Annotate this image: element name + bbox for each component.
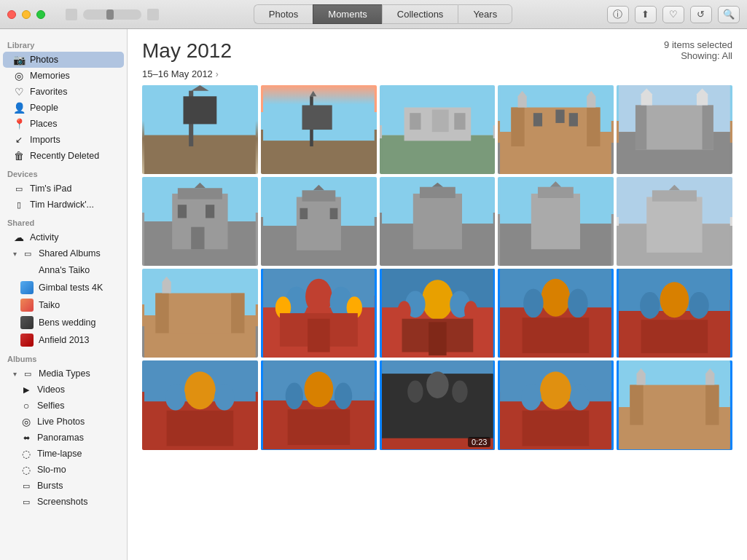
sidebar-item-taiko[interactable]: Taiko xyxy=(3,296,124,314)
svg-point-96 xyxy=(640,292,660,319)
photo-18[interactable]: 0:23 xyxy=(380,360,496,449)
svg-rect-38 xyxy=(178,205,187,218)
grid-view-icon[interactable] xyxy=(147,9,159,20)
sidebar-item-timelapse[interactable]: ◌ Time-lapse xyxy=(3,446,124,462)
svg-rect-98 xyxy=(641,320,708,354)
sidebar-toggle-icon[interactable] xyxy=(66,9,77,20)
photo-10[interactable] xyxy=(617,177,732,266)
photo-image xyxy=(380,85,496,174)
photo-image xyxy=(261,177,377,266)
photo-12[interactable] xyxy=(261,269,377,358)
sidebar-item-bens-wedding[interactable]: Bens wedding xyxy=(3,314,124,331)
sidebar-item-shared-albums[interactable]: ▾ ▭ Shared Albums xyxy=(3,245,124,261)
sidebar-item-memories[interactable]: ◎ Memories xyxy=(3,68,124,84)
photo-image xyxy=(261,269,377,358)
screenshots-icon: ▭ xyxy=(20,496,32,508)
slomo-icon: ◌ xyxy=(20,464,32,476)
photo-11[interactable] xyxy=(142,269,258,358)
sidebar-item-screenshots[interactable]: ▭ Screenshots xyxy=(3,494,124,510)
svg-point-91 xyxy=(568,289,588,318)
photo-5[interactable] xyxy=(617,85,732,174)
search-button[interactable]: 🔍 xyxy=(718,6,740,23)
svg-rect-29 xyxy=(635,105,646,149)
sidebar-item-label: Activity xyxy=(30,232,59,242)
fullscreen-button[interactable] xyxy=(36,10,45,19)
minimize-button[interactable] xyxy=(22,10,31,19)
photo-17[interactable] xyxy=(261,360,377,449)
sidebar-item-bursts[interactable]: ▭ Bursts xyxy=(3,478,124,494)
svg-rect-55 xyxy=(531,194,580,249)
sidebar-item-label: Slo-mo xyxy=(37,465,66,475)
photo-6[interactable] xyxy=(142,177,258,266)
photo-2[interactable] xyxy=(261,85,377,174)
sidebar-item-people[interactable]: 👤 People xyxy=(3,100,124,116)
svg-rect-36 xyxy=(178,188,222,199)
photo-image xyxy=(261,360,377,449)
expand-icon: ▾ xyxy=(13,250,17,258)
people-icon: 👤 xyxy=(13,102,25,114)
photo-image xyxy=(617,360,732,449)
photo-3[interactable] xyxy=(380,85,496,174)
timelapse-icon: ◌ xyxy=(20,448,32,460)
photo-19[interactable] xyxy=(498,360,614,449)
tab-collections[interactable]: Collections xyxy=(382,4,458,24)
sidebar-item-videos[interactable]: ▶ Videos xyxy=(3,382,124,398)
cloud-icon: ☁ xyxy=(13,232,25,243)
svg-rect-122 xyxy=(523,411,590,446)
sidebar-item-selfies[interactable]: ○ Selfies xyxy=(3,398,124,414)
sidebar-item-ipad[interactable]: ▭ Tim's iPad xyxy=(3,181,124,197)
sidebar-item-recently-deleted[interactable]: 🗑 Recently Deleted xyxy=(3,148,124,164)
sidebar-item-media-types[interactable]: ▾ ▭ Media Types xyxy=(3,366,124,382)
tab-photos[interactable]: Photos xyxy=(254,4,313,24)
svg-point-107 xyxy=(304,372,333,408)
sidebar-item-photos[interactable]: 📷 Photos xyxy=(3,52,124,68)
info-button[interactable]: ⓘ xyxy=(607,6,629,23)
sidebar-item-imports[interactable]: ↙ Imports xyxy=(3,132,124,148)
sidebar-item-annas-taiko[interactable]: Anna's Taiko xyxy=(3,261,124,279)
sidebar-item-anfield[interactable]: Anfield 2013 xyxy=(3,331,124,349)
panoramas-icon: ⬌ xyxy=(20,432,32,443)
sidebar-item-panoramas[interactable]: ⬌ Panoramas xyxy=(3,430,124,446)
selfies-icon: ○ xyxy=(20,400,32,411)
photo-16[interactable] xyxy=(142,360,258,449)
sidebar-item-live-photos[interactable]: ◎ Live Photos xyxy=(3,414,124,430)
chevron-right-icon: › xyxy=(216,69,219,79)
photo-13[interactable] xyxy=(380,269,496,358)
sidebar-item-label: Shared Albums xyxy=(39,248,101,259)
svg-point-95 xyxy=(660,283,689,318)
sidebar-item-activity[interactable]: ☁ Activity xyxy=(3,229,124,245)
imports-icon: ↙ xyxy=(13,134,25,146)
favorite-button[interactable]: ♡ xyxy=(662,6,684,23)
sidebar-item-places[interactable]: 📍 Places xyxy=(3,116,124,132)
photo-20[interactable] xyxy=(617,360,732,449)
close-button[interactable] xyxy=(7,10,16,19)
svg-point-115 xyxy=(407,381,423,403)
svg-point-83 xyxy=(397,301,410,321)
photo-9[interactable] xyxy=(498,177,614,266)
album-thumb xyxy=(20,264,34,277)
svg-point-116 xyxy=(452,381,467,403)
photo-7[interactable] xyxy=(261,177,377,266)
svg-rect-15 xyxy=(454,113,465,130)
sidebar-item-favorites[interactable]: ♡ Favorites xyxy=(3,84,124,100)
photo-image xyxy=(498,85,614,174)
date-range[interactable]: 15–16 May 2012 › xyxy=(128,67,747,85)
tab-years[interactable]: Years xyxy=(458,4,512,24)
rotate-button[interactable]: ↺ xyxy=(690,6,712,23)
svg-rect-19 xyxy=(512,108,525,146)
photo-4[interactable] xyxy=(498,85,614,174)
photo-image xyxy=(498,177,614,266)
media-types-icon: ▭ xyxy=(22,368,34,379)
photo-8[interactable] xyxy=(380,177,496,266)
svg-rect-30 xyxy=(703,105,713,149)
share-button[interactable]: ⬆ xyxy=(635,6,657,23)
sidebar-item-iphone[interactable]: ▯ Tim Hardwick'... xyxy=(3,197,124,213)
svg-rect-92 xyxy=(523,318,590,353)
sidebar-item-gimbal[interactable]: Gimbal tests 4K xyxy=(3,279,124,296)
zoom-slider[interactable] xyxy=(83,9,141,20)
sidebar-item-slomo[interactable]: ◌ Slo-mo xyxy=(3,462,124,478)
tab-moments[interactable]: Moments xyxy=(313,4,381,24)
photo-15[interactable] xyxy=(617,269,732,358)
photo-1[interactable] xyxy=(142,85,258,174)
photo-14[interactable] xyxy=(498,269,614,358)
